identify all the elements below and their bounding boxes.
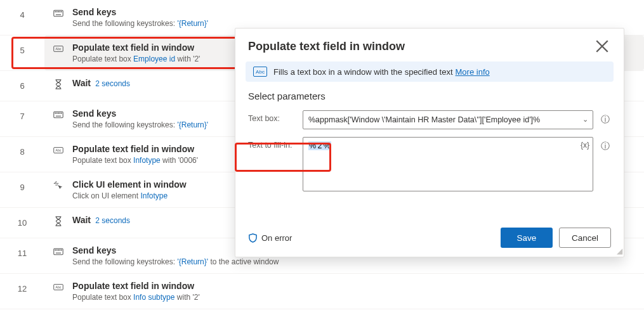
step-row[interactable]: 12 Abc Populate text field in window Pop… xyxy=(0,274,644,309)
step-title: Wait xyxy=(72,78,91,88)
text-to-fill-input[interactable]: %'2'% xyxy=(303,137,593,191)
cancel-button[interactable]: Cancel xyxy=(559,228,611,248)
info-text: Fills a text box in a window with the sp… xyxy=(273,67,453,77)
step-subtitle: Send the following keystrokes: '{Return}… xyxy=(72,18,208,29)
action-properties-panel: Populate text field in window Abc Fills … xyxy=(235,28,624,257)
keyboard-icon xyxy=(52,8,65,19)
step-subtitle: Populate text box Employee id with '2' xyxy=(72,54,200,64)
svg-point-3 xyxy=(58,11,59,12)
svg-point-14 xyxy=(61,113,62,113)
step-number: 7 xyxy=(0,101,44,121)
svg-point-1 xyxy=(55,11,56,12)
svg-text:Abc: Abc xyxy=(56,285,62,289)
svg-text:Abc: Abc xyxy=(56,47,62,51)
insert-variable-icon[interactable]: {x} xyxy=(581,141,589,150)
step-number: 6 xyxy=(0,71,44,91)
svg-rect-6 xyxy=(56,15,61,15)
textbox-label: Text box: xyxy=(248,110,303,123)
fill-label: Text to fill-in: xyxy=(248,137,303,150)
step-title: Send keys xyxy=(72,108,208,119)
click-icon xyxy=(52,180,65,191)
step-subtitle: Populate text box Infotype with '0006' xyxy=(72,155,198,165)
step-number: 11 xyxy=(0,238,44,258)
hourglass-icon xyxy=(52,79,65,90)
step-title: Populate text field in window xyxy=(72,143,198,155)
step-number: 4 xyxy=(0,0,44,20)
section-heading: Select parameters xyxy=(248,91,611,101)
info-icon[interactable]: ⓘ xyxy=(600,137,611,152)
info-banner: Abc Fills a text box in a window with th… xyxy=(246,61,614,82)
save-button[interactable]: Save xyxy=(501,228,553,248)
svg-point-5 xyxy=(61,11,62,12)
svg-point-18 xyxy=(56,183,57,184)
on-error-link[interactable]: On error xyxy=(248,233,292,243)
textbox-selector[interactable] xyxy=(303,110,593,129)
svg-point-12 xyxy=(58,113,59,113)
panel-title: Populate text field in window xyxy=(248,40,405,53)
step-title: Populate text field in window xyxy=(72,280,200,292)
abc-icon: Abc xyxy=(253,67,267,77)
more-info-link[interactable]: More info xyxy=(456,67,490,77)
info-icon[interactable]: ⓘ xyxy=(600,110,611,126)
step-title: Send keys xyxy=(72,6,208,18)
step-number: 8 xyxy=(0,137,44,157)
svg-point-13 xyxy=(60,113,60,113)
step-number: 12 xyxy=(0,274,44,293)
abc-icon: Abc xyxy=(52,43,65,55)
svg-point-11 xyxy=(56,113,57,113)
abc-icon: Abc xyxy=(52,145,65,156)
svg-text:Abc: Abc xyxy=(56,148,62,152)
svg-point-24 xyxy=(61,250,62,250)
step-number: 5 xyxy=(0,35,44,55)
keyboard-icon xyxy=(52,246,65,257)
step-number: 9 xyxy=(0,172,44,192)
hourglass-icon xyxy=(52,216,65,227)
step-number: 10 xyxy=(0,208,44,228)
step-subtitle: Send the following keystrokes: '{Return}… xyxy=(72,120,208,130)
close-icon[interactable] xyxy=(593,37,611,55)
step-title: Click UI element in window xyxy=(72,179,187,190)
step-title: Wait xyxy=(72,215,91,225)
svg-point-2 xyxy=(56,11,57,12)
svg-point-20 xyxy=(55,250,56,250)
step-subtitle: Send the following keystrokes: '{Return}… xyxy=(72,257,279,267)
svg-point-10 xyxy=(55,113,56,113)
svg-rect-25 xyxy=(56,253,61,254)
step-subtitle: Click on UI element Infotype xyxy=(72,191,187,201)
svg-point-21 xyxy=(56,250,57,250)
svg-point-23 xyxy=(60,250,60,250)
step-title: Populate text field in window xyxy=(72,42,200,53)
svg-point-4 xyxy=(60,11,60,12)
svg-point-22 xyxy=(58,250,59,250)
keyboard-icon xyxy=(52,109,65,120)
step-subtitle: Populate text box Info subtype with '2' xyxy=(72,292,200,302)
abc-icon: Abc xyxy=(52,281,65,293)
svg-rect-15 xyxy=(56,116,61,117)
